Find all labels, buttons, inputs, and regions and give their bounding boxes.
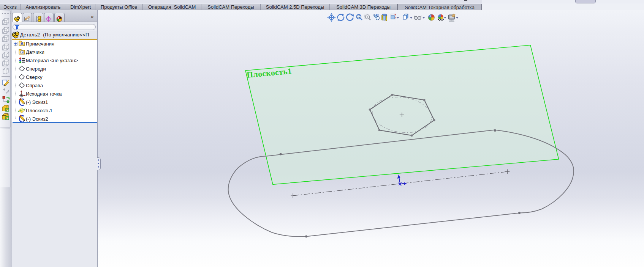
svg-text:A: A [21,41,24,47]
